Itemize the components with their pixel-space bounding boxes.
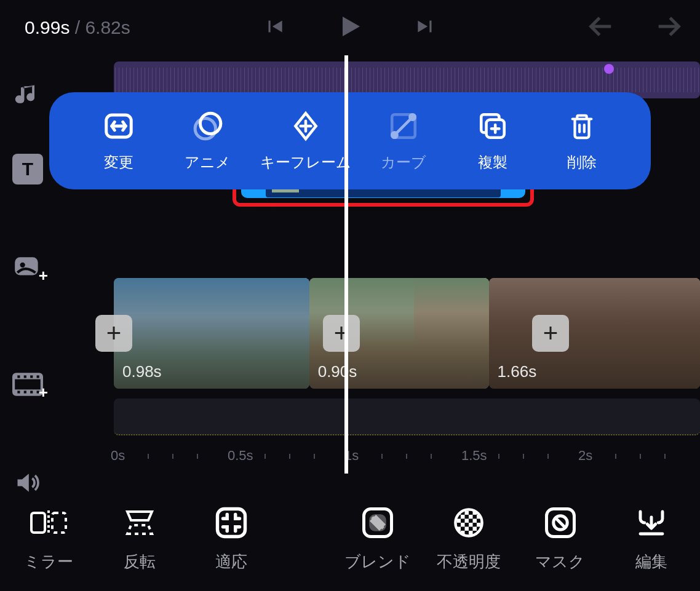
blend-icon [361,506,394,540]
mask-button[interactable]: マスク [517,506,602,573]
transition-button[interactable]: + [323,315,360,352]
duplicate-icon [477,109,509,143]
redo-button[interactable] [647,13,682,42]
ruler-tick: 1.5s [461,448,487,464]
transition-button[interactable]: + [95,315,132,352]
svg-point-17 [392,132,397,137]
bottom-toolbar: ミラー 反転 適応 ブレンド 不透明度 マスク 編集 [0,486,700,591]
svg-point-27 [456,509,482,536]
mirror-button[interactable]: ミラー [6,506,91,573]
delete-button[interactable]: 削除 [545,109,619,172]
blend-button[interactable]: ブレンド [335,506,420,573]
clip-duration: 0.98s [122,362,162,381]
svg-rect-8 [37,375,39,378]
playhead[interactable] [344,55,348,474]
current-time: 0.99s [25,17,70,38]
keyframe-icon [290,109,321,143]
video-track-icon[interactable]: + [12,369,43,400]
edit-icon [635,506,668,540]
ruler-tick: 0s [111,448,125,464]
animate-button[interactable]: アニメ [171,109,245,172]
time-display: 0.99s / 6.82s [25,17,130,38]
ruler-tick: 2s [578,448,592,464]
audio-marker[interactable] [604,64,614,74]
mask-icon [544,506,577,540]
total-time: / 6.82s [75,17,130,38]
video-clip[interactable]: 0.98s [114,278,309,389]
svg-rect-22 [217,509,245,536]
svg-rect-6 [24,375,26,378]
svg-point-18 [410,114,415,119]
text-track-icon[interactable]: T [12,154,43,184]
svg-point-1 [20,263,25,268]
curve-icon [388,109,419,143]
fit-icon [215,506,248,540]
next-button[interactable] [414,13,437,42]
flip-button[interactable]: 反転 [97,506,182,573]
svg-rect-7 [30,375,33,378]
clip-duration: 0.90s [318,362,357,381]
keyframe-button[interactable]: キーフレーム [260,109,351,172]
mirror-icon [29,506,68,540]
music-track-icon[interactable] [12,80,43,111]
duplicate-button[interactable]: 複製 [456,109,530,172]
svg-rect-5 [17,375,20,378]
transition-button[interactable]: + [532,315,569,352]
video-track[interactable]: 0.98s 0.90s 1.66s + + + [114,278,700,389]
svg-rect-9 [17,391,20,393]
opacity-icon [453,506,485,540]
clip-toolbar: 変更 アニメ キーフレーム カーブ 複製 削除 [49,92,651,189]
fit-button[interactable]: 適応 [189,506,274,573]
playback-bar: 0.99s / 6.82s [0,0,700,55]
track-rail: T + + [0,61,55,498]
prev-button[interactable] [263,13,286,42]
video-clip[interactable]: 1.66s [489,278,700,389]
curve-button[interactable]: カーブ [367,109,440,172]
opacity-button[interactable]: 不透明度 [426,506,511,573]
svg-rect-20 [31,513,45,533]
svg-rect-10 [24,391,26,393]
svg-point-14 [200,113,220,133]
play-button[interactable] [335,10,365,46]
sound-track[interactable] [114,399,700,435]
change-button[interactable]: 変更 [82,109,156,172]
svg-point-15 [195,119,215,139]
flip-icon [122,506,157,540]
replace-icon [102,109,135,143]
clip-duration: 1.66s [498,362,537,381]
overlay-track-icon[interactable]: + [12,252,43,283]
anime-icon [192,109,224,143]
edit-button[interactable]: 編集 [609,506,694,573]
svg-rect-11 [30,391,33,393]
trash-icon [568,109,596,143]
ruler-tick: 0.5s [228,448,253,464]
svg-rect-21 [52,513,66,533]
undo-button[interactable] [588,13,622,42]
time-ruler[interactable]: 0s 0.5s 1s 1.5s 2s [86,448,700,472]
